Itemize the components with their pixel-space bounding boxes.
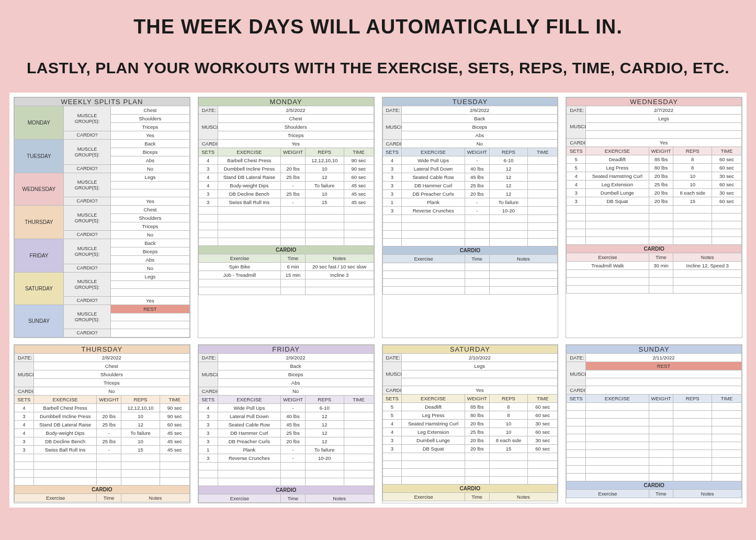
- cell-exercise: Wide Pull Ups: [218, 404, 281, 412]
- cell-sets: [567, 450, 586, 458]
- exercise-row: 4 Wide Pull Ups - 6-10: [382, 156, 558, 165]
- col-sets: SETS: [567, 147, 586, 155]
- col-time: TIME: [344, 148, 374, 156]
- exercise-row: [15, 462, 190, 470]
- cell-exercise: DB Squat: [402, 445, 465, 453]
- cardio-q-value: Yes: [402, 386, 558, 395]
- cell-weight: 80 lbs: [465, 411, 489, 420]
- cell-weight: 20 lbs: [97, 412, 121, 421]
- cardio-row: [567, 278, 742, 286]
- cell-time: 30 sec: [528, 436, 558, 445]
- exercise-row: 3 DB Preacher Curls 20 lbs 12: [198, 437, 374, 446]
- date-value: 2/6/2022: [402, 106, 558, 115]
- cell-exercise: Seated Hamstring Curl: [586, 172, 649, 181]
- col-sets: SETS: [567, 395, 586, 403]
- exercise-row: [567, 458, 742, 466]
- cell-weight: [281, 478, 306, 486]
- cell-sets: [382, 223, 402, 231]
- cell-cardio-time: [465, 271, 489, 279]
- cell-sets: [198, 207, 218, 215]
- cell-reps: [673, 229, 712, 237]
- cell-sets: [15, 470, 34, 478]
- mg-value: [586, 131, 742, 139]
- cell-weight: 20 lbs: [281, 165, 306, 173]
- cell-time: [344, 421, 374, 429]
- cardio-q-value: No: [402, 140, 558, 148]
- col-cardio-ex: Exercise: [382, 255, 465, 263]
- cell-weight: [465, 469, 489, 477]
- cell-cardio-ex: [567, 278, 649, 286]
- cell-exercise: Lateral Pull Down: [218, 412, 281, 421]
- mg-value: Chest: [33, 362, 189, 370]
- cardio-q-label: CARDIO?: [198, 387, 218, 396]
- col-reps: REPS: [673, 395, 712, 403]
- split-cardio-label: CARDIO?: [63, 165, 110, 173]
- cell-exercise: [586, 426, 649, 434]
- cell-sets: [198, 215, 218, 222]
- cell-weight: [649, 213, 673, 221]
- col-time: TIME: [712, 147, 742, 155]
- exercise-row: 3 Dumbell Lunge 20 lbs 8 each side 30 se…: [382, 436, 558, 445]
- exercise-row: [567, 213, 742, 221]
- cell-reps: [673, 419, 712, 426]
- exercise-row: [198, 463, 374, 470]
- exercise-row: [382, 453, 558, 461]
- cell-exercise: [402, 231, 465, 239]
- split-group: Triceps: [111, 123, 190, 131]
- cell-sets: 5: [382, 411, 402, 420]
- cell-exercise: [586, 442, 649, 450]
- cardio-q-value: No: [218, 387, 374, 396]
- day-panel-wednesday: WEDNESDAYDATE:2/7/2022MUSCLE GROUP(S):Le…: [566, 97, 742, 338]
- cell-weight: [97, 454, 121, 462]
- exercise-row: [567, 206, 742, 213]
- cell-exercise: [33, 470, 97, 478]
- cell-exercise: [402, 223, 465, 231]
- exercise-row: [198, 215, 374, 222]
- col-cardio-notes: Notes: [305, 254, 374, 263]
- cell-cardio-ex: [198, 287, 280, 295]
- cell-sets: [15, 462, 34, 470]
- exercise-row: 5 Leg Press 80 lbs 8 60 sec: [382, 411, 558, 420]
- cell-reps: 10: [121, 437, 160, 446]
- cell-sets: 3: [567, 197, 586, 206]
- col-cardio-time: Time: [281, 494, 306, 503]
- cell-exercise: DB Hammer Curl: [218, 429, 281, 437]
- cell-time: 60 sec: [712, 164, 742, 172]
- cell-sets: 4: [15, 421, 34, 429]
- cell-reps: [673, 221, 712, 229]
- mg-value: Abs: [218, 379, 374, 387]
- cell-exercise: Stand DB Lateral Raise: [33, 421, 97, 429]
- cell-sets: [567, 426, 586, 434]
- cardio-q-label: CARDIO?: [567, 139, 586, 147]
- cardio-row: [567, 270, 742, 278]
- exercise-row: 3 Swiss Ball Roll Ins - 15 45 sec: [15, 446, 190, 454]
- cell-exercise: Body-weight Dips: [218, 182, 281, 190]
- split-group: Abs: [111, 256, 190, 264]
- exercise-row: 3 Reverse Crunches - 10-20: [198, 454, 374, 463]
- cell-reps: 10: [489, 428, 528, 436]
- cell-exercise: [586, 419, 649, 426]
- cell-cardio-time: [649, 286, 673, 294]
- cell-time: [712, 213, 742, 221]
- cell-weight: [281, 463, 306, 470]
- exercise-row: [567, 411, 742, 419]
- cardio-q-label: CARDIO?: [567, 386, 586, 395]
- cell-reps: 10: [673, 172, 712, 181]
- col-reps: REPS: [305, 148, 344, 156]
- headline-1: THE WEEK DAYS WILL AUTOMATICALLY FILL IN…: [10, 16, 746, 38]
- cell-weight: -: [465, 207, 489, 215]
- cell-time: [344, 429, 374, 437]
- cell-reps: [305, 215, 344, 222]
- col-exercise: EXERCISE: [402, 148, 465, 156]
- cell-sets: [567, 466, 586, 474]
- day-title: SATURDAY: [382, 345, 558, 354]
- mg-value: Shoulders: [218, 123, 374, 131]
- cell-time: 45 sec: [160, 429, 189, 437]
- cell-time: 30 sec: [528, 420, 558, 428]
- cell-weight: [281, 238, 306, 246]
- cell-reps: [673, 403, 712, 411]
- cell-reps: [489, 461, 528, 469]
- cell-exercise: [218, 470, 281, 478]
- cell-time: 45 sec: [344, 198, 374, 207]
- cell-reps: [673, 206, 712, 213]
